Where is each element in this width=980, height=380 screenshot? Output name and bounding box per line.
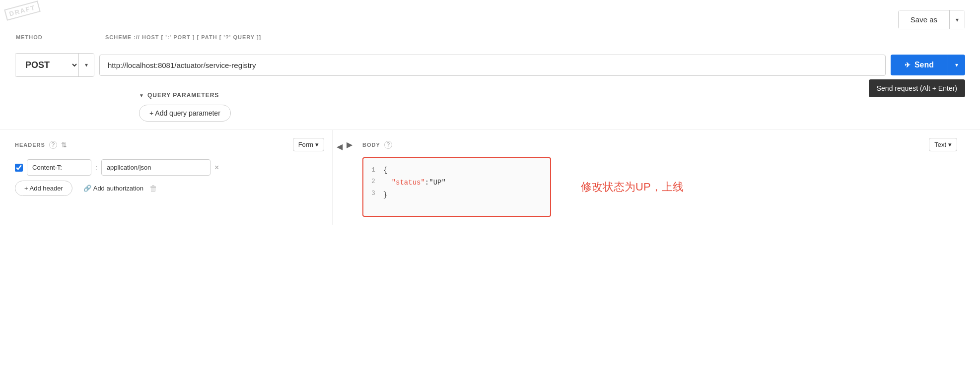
headers-panel: HEADERS ? ⇅ Form ▾ : × + Add header 🔗 Ad…: [15, 130, 333, 225]
length-hint: length: 47 bytes: [0, 79, 980, 86]
line-num-3: 3: [371, 188, 375, 199]
add-auth-label: Add authorization: [93, 185, 143, 192]
code-line-2: "status":"UP": [383, 177, 542, 189]
text-dropdown-label: Text: [934, 141, 946, 148]
send-icon: ✈: [905, 61, 910, 69]
body-expand-arrow-area: ▶: [347, 130, 352, 225]
query-params-arrow: ▼: [139, 93, 144, 98]
save-as-group: Save as ▾: [898, 10, 965, 29]
expand-arrow-area: ◀: [333, 130, 347, 225]
text-dropdown[interactable]: Text ▾: [929, 138, 957, 151]
headers-sort-icon[interactable]: ⇅: [61, 141, 67, 149]
add-auth-button[interactable]: 🔗 Add authorization: [83, 185, 143, 192]
annotation-text: 修改状态为UP，上线: [581, 180, 684, 194]
query-params-toggle[interactable]: ▼ QUERY PARAMETERS: [139, 92, 965, 99]
code-editor[interactable]: 1 2 3 { "status":"UP" }: [362, 157, 551, 217]
code-line-3: }: [383, 189, 542, 201]
url-label: SCHEME :// HOST [ ':' PORT ] [ PATH [ '?…: [99, 34, 965, 40]
method-select-group: POST GET PUT DELETE PATCH ▾: [15, 53, 94, 77]
form-dropdown-icon: ▾: [315, 141, 319, 148]
expand-body-button[interactable]: ▶: [347, 140, 352, 149]
headers-help-icon: ?: [49, 141, 57, 149]
code-content[interactable]: { "status":"UP" }: [383, 164, 542, 210]
text-dropdown-icon: ▾: [948, 141, 952, 148]
body-help-icon: ?: [384, 141, 392, 149]
code-line-1: {: [383, 164, 542, 177]
send-tooltip: Send request (Alt + Enter): [869, 79, 965, 97]
top-bar: Save as ▾: [0, 0, 980, 34]
auth-icon: 🔗: [83, 185, 91, 192]
send-button-label: Send: [914, 61, 934, 69]
header-colon: :: [95, 164, 97, 172]
send-group: ✈ Send ▾ Send request (Alt + Enter): [891, 55, 965, 75]
line-num-2: 2: [371, 176, 375, 187]
header-checkbox[interactable]: [15, 164, 23, 172]
line-num-1: 1: [371, 164, 375, 176]
collapse-panels-button[interactable]: ◀: [333, 140, 347, 153]
headers-panel-header: HEADERS ? ⇅ Form ▾: [15, 138, 324, 151]
request-row: POST GET PUT DELETE PATCH ▾ ✈ Send ▾ Sen…: [0, 40, 980, 79]
headers-title: HEADERS: [15, 142, 45, 148]
add-query-param-button[interactable]: + Add query parameter: [139, 105, 231, 122]
method-select[interactable]: POST GET PUT DELETE PATCH: [15, 54, 78, 76]
headers-row-actions: + Add header 🔗 Add authorization 🗑: [15, 181, 324, 196]
query-params-section: ▼ QUERY PARAMETERS + Add query parameter: [0, 88, 980, 126]
query-params-label: QUERY PARAMETERS: [147, 92, 219, 99]
delete-icon: 🗑: [149, 184, 157, 193]
add-header-button[interactable]: + Add header: [15, 181, 72, 196]
send-dropdown-button[interactable]: ▾: [948, 55, 965, 75]
panels-row: HEADERS ? ⇅ Form ▾ : × + Add header 🔗 Ad…: [0, 129, 980, 225]
url-input[interactable]: [99, 55, 886, 76]
header-value-input[interactable]: [101, 159, 210, 176]
method-dropdown-button[interactable]: ▾: [78, 54, 94, 76]
body-title: BODY: [362, 142, 380, 148]
form-dropdown[interactable]: Form ▾: [293, 138, 324, 151]
method-label: METHOD: [15, 34, 94, 40]
header-item: : ×: [15, 159, 324, 176]
form-dropdown-label: Form: [298, 141, 313, 148]
body-panel: BODY ? Text ▾ 1 2 3 { "status":"UP" }: [352, 130, 965, 225]
line-numbers: 1 2 3: [371, 164, 375, 210]
save-as-button[interactable]: Save as: [899, 10, 950, 29]
send-button[interactable]: ✈ Send: [891, 55, 948, 75]
header-key-input[interactable]: [27, 159, 91, 176]
save-as-dropdown-button[interactable]: ▾: [950, 10, 965, 29]
header-delete-button[interactable]: ×: [214, 163, 219, 172]
body-panel-header: BODY ? Text ▾: [362, 138, 957, 151]
